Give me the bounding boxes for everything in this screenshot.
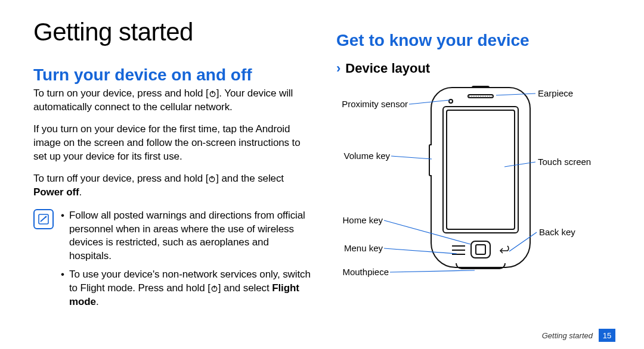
turn-off-paragraph: To turn off your device, press and hold … [33, 172, 312, 200]
text: ] and the select [216, 173, 284, 184]
text: To turn on your device, press and hold [ [33, 88, 209, 99]
device-volume-key [429, 144, 432, 176]
device-top-connector [472, 86, 490, 88]
device-touchscreen [446, 110, 515, 230]
device-outline [431, 87, 531, 268]
label-proximity-sensor: Proximity sensor [333, 99, 408, 109]
page-number-badge: 15 [599, 329, 615, 342]
note-icon [33, 209, 54, 229]
section-get-to-know-title: Get to know your device [336, 31, 615, 50]
device-back-key-icon [497, 245, 512, 256]
device-earpiece [467, 94, 494, 98]
device-diagram: Proximity sensor Volume key Home key Men… [336, 85, 615, 349]
label-touch-screen: Touch screen [538, 157, 591, 167]
text: . [79, 186, 82, 198]
power-icon [209, 90, 216, 98]
right-column: Get to know your device › Device layout [336, 18, 615, 349]
device-layout-heading: › Device layout [336, 61, 615, 76]
power-icon [210, 285, 218, 292]
note-item: Follow all posted warnings and direction… [61, 209, 312, 264]
label-menu-key: Menu key [336, 243, 383, 253]
label-earpiece: Earpiece [538, 88, 573, 98]
label-volume-key: Volume key [336, 151, 390, 161]
text: . [96, 296, 99, 307]
power-off-label: Power off [33, 186, 79, 198]
label-back-key: Back key [539, 227, 575, 237]
section-turn-on-off-title: Turn your device on and off [33, 66, 312, 85]
chapter-title: Getting started [33, 18, 312, 46]
device-screen-bezel [442, 106, 519, 233]
device-home-key [470, 241, 491, 258]
power-icon [208, 175, 216, 183]
page-footer: Getting started 15 [542, 329, 615, 342]
label-home-key: Home key [336, 215, 383, 225]
turn-on-paragraph: To turn on your device, press and hold [… [33, 87, 312, 114]
left-column: Getting started Turn your device on and … [33, 18, 312, 349]
chevron-right-icon: › [336, 61, 340, 76]
note-item: To use your device's non-network service… [61, 268, 312, 309]
device-proximity-sensor [448, 99, 453, 104]
device-menu-key-icon [452, 245, 465, 255]
svg-line-10 [391, 156, 432, 159]
note-box: Follow all posted warnings and direction… [33, 209, 312, 314]
page-columns: Getting started Turn your device on and … [33, 18, 615, 349]
first-time-paragraph: If you turn on your device for the first… [33, 123, 312, 164]
label-mouthpiece: Mouthpiece [336, 267, 389, 277]
device-layout-title: Device layout [345, 61, 430, 76]
text: To turn off your device, press and hold … [33, 173, 208, 184]
note-list: Follow all posted warnings and direction… [61, 209, 312, 314]
device-chin [456, 263, 506, 269]
text: ] and select [218, 282, 272, 294]
footer-section-name: Getting started [542, 331, 593, 340]
svg-line-13 [390, 270, 475, 272]
